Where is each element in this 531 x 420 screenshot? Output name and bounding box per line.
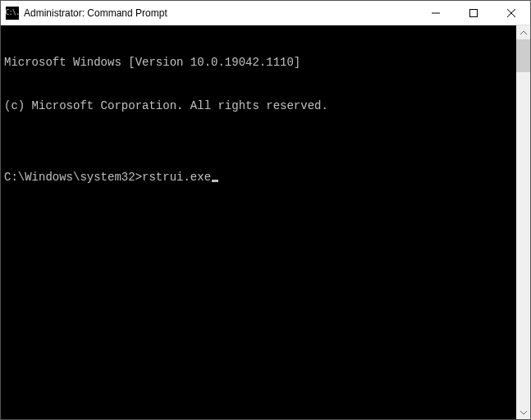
scroll-down-button[interactable] — [516, 405, 530, 419]
terminal-area: Microsoft Windows [Version 10.0.19042.11… — [1, 25, 530, 419]
chevron-up-icon — [520, 31, 527, 34]
minimize-icon — [432, 9, 440, 17]
output-line: (c) Microsoft Corporation. All rights re… — [4, 99, 513, 114]
prompt-line: C:\Windows\system32>rstrui.exe — [4, 171, 513, 185]
svg-rect-1 — [470, 9, 478, 16]
terminal[interactable]: Microsoft Windows [Version 10.0.19042.11… — [1, 25, 516, 419]
close-icon — [507, 9, 515, 17]
output-line: Microsoft Windows [Version 10.0.19042.11… — [4, 56, 513, 71]
cursor — [212, 180, 218, 182]
maximize-icon — [469, 9, 478, 17]
window-title: Administrator: Command Prompt — [24, 7, 417, 19]
vertical-scrollbar[interactable] — [516, 25, 530, 419]
window-controls — [417, 1, 530, 25]
maximize-button[interactable] — [455, 1, 492, 25]
titlebar[interactable]: C:\. Administrator: Command Prompt — [1, 1, 530, 25]
app-icon: C:\. — [6, 7, 19, 20]
close-button[interactable] — [492, 1, 530, 25]
command-prompt-window: C:\. Administrator: Command Prompt Micro… — [0, 0, 531, 420]
prompt-path: C:\Windows\system32> — [4, 171, 142, 185]
command-input[interactable]: rstrui.exe — [142, 171, 211, 185]
chevron-down-icon — [520, 411, 527, 414]
scroll-up-button[interactable] — [516, 25, 530, 39]
minimize-button[interactable] — [417, 1, 455, 25]
scroll-thumb[interactable] — [516, 39, 530, 72]
